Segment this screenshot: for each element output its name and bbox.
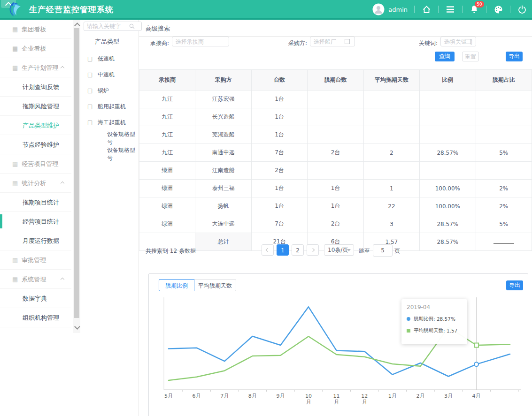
export-button[interactable]: 导出 [506,52,523,61]
x-axis-tick-label: 1月 [386,393,399,399]
sidebar-item[interactable]: ▦统计分析 [0,174,71,193]
table-cell: 1台 [308,180,363,197]
user-avatar[interactable] [372,3,385,15]
tree-item[interactable]: □海工起重机 [82,114,139,130]
tree-item-label: 设备规格型号 [107,146,139,162]
sidebar-item[interactable]: 拖期风险管理 [0,97,71,116]
table-row[interactable]: 绿洲大连中远7台2台328.57%5% [139,215,532,233]
sidebar-item-label: 拖期风险管理 [23,103,59,110]
sidebar-item[interactable]: ▦经营项目管理 [0,154,71,174]
checkbox-icon[interactable] [466,39,471,44]
product-tree-panel: 产品类型 □低速机□中速机□锅炉□船用起重机□海工起重机设备规格型号设备规格型号 [82,20,139,416]
table-row[interactable]: 九江长兴造船1台 [139,108,532,126]
chevron-up-icon [61,66,64,70]
column-header: 采购方 [195,70,251,91]
sidebar-item[interactable]: 数据字典 [0,289,71,308]
page-button-1[interactable]: 1 [277,244,289,256]
table-cell: 22 [363,197,419,215]
table-cell: 南通中远 [195,144,251,162]
contractor-select-input[interactable] [172,37,229,46]
tree-item-icon: □ [87,119,94,126]
menu-item-icon: ▦ [12,180,18,187]
query-button[interactable]: 查询 [435,52,455,61]
table-row[interactable]: 绿洲江南造船2台 [139,162,532,180]
sidebar-item[interactable]: 月度运行数据 [0,231,71,250]
tree-item[interactable]: 设备规格型号 [82,146,139,162]
x-axis-tick-label: 12月 [358,393,370,405]
table-cell: 3 [363,215,419,233]
chart-tooltip: 2019-04 脱期比例: 28.57% 平均脱期天数: 1.57 [401,299,467,344]
jump-page-input[interactable] [373,244,393,257]
x-axis-tick-label: 6月 [191,393,203,399]
table-cell [476,126,532,144]
page-size-select[interactable]: 10条/页 [324,244,354,256]
tab-delay-ratio[interactable]: 脱期比例 [159,279,194,291]
chevron-down-icon [347,249,351,251]
app-title: 生产经营监控管理系统 [29,4,114,15]
reset-button[interactable]: 重置 [462,52,479,61]
series-dot-icon [407,317,410,321]
tree-item-icon: □ [87,55,94,62]
sidebar-item[interactable]: ▦审批管理 [0,250,71,270]
home-icon[interactable] [421,4,432,15]
x-axis-tick-label: 8月 [247,393,259,399]
tree-item[interactable]: □低速机 [82,51,139,67]
total-label-cell: 总计 [195,233,251,251]
sidebar-item[interactable]: 计划查询反馈 [0,77,71,97]
tree-item[interactable]: □中速机 [82,67,139,83]
app-logo [8,2,22,19]
page-button-2[interactable]: 2 [292,244,304,256]
username-label: admin [388,6,408,13]
theme-palette-icon[interactable] [493,4,503,15]
logout-power-icon[interactable] [517,4,527,15]
sidebar-item-label: 审批管理 [22,257,46,264]
highlight-point-green [474,343,478,348]
table-cell: 芜湖造船 [195,126,251,144]
table-cell: 泰州三福 [195,180,251,197]
tooltip-value: 1.57 [447,328,457,333]
divider [510,6,510,13]
table-row[interactable]: 绿洲泰州三福1台1台1100.00%2% [139,180,532,197]
tooltip-row: 平均脱期天数: 1.57 [407,327,462,334]
table-cell [308,162,363,180]
sidebar-item[interactable]: ▦生产计划管理 [0,58,71,77]
sidebar-item[interactable]: 经营项目统计 [0,212,71,231]
table-cell [308,108,363,126]
table-cell: 7台 [251,215,307,233]
table-cell: 九江 [139,108,195,126]
menu-item-icon: ▦ [12,64,18,71]
table-row[interactable]: 九江芜湖造船1台 [139,126,532,144]
table-cell [363,108,419,126]
field-label: 承接商: [142,39,169,47]
table-row[interactable]: 绿洲扬帆1台1台22100.00%2% [139,197,532,215]
sidebar-item[interactable]: ▦集团看板 [0,20,71,39]
sidebar-item[interactable]: ▦系统管理 [0,270,71,289]
table-row[interactable]: 九江南通中远7台2台228.57%5% [139,144,532,162]
sidebar-item[interactable]: 拖期项目统计 [0,193,71,212]
sidebar-item[interactable]: ▦企业看板 [0,39,71,58]
sidebar-item-label: 产品类型维护 [23,122,59,129]
tree-item[interactable]: 设备规格型号 [82,130,139,146]
search-icon [129,23,135,30]
x-axis-tick-label: 9月 [274,393,286,399]
sidebar-item-label: 节点经验维护 [23,141,59,148]
tree-item[interactable]: □锅炉 [82,83,139,98]
divider [414,6,415,13]
sidebar-scrollbar-thumb[interactable] [74,28,79,318]
sidebar-item[interactable]: 产品类型维护 [0,116,71,135]
notifications-bell-icon[interactable]: 50 [469,4,479,15]
tooltip-value: 28.57% [437,316,455,322]
table-row[interactable]: 九江江苏宏强1台 [139,91,532,108]
sidebar-item[interactable]: 组织机构管理 [0,308,71,327]
table-cell: 大连中远 [195,215,251,233]
prev-page-button[interactable] [262,244,274,256]
tree-item-icon: □ [87,87,94,94]
tree-item[interactable]: □船用起重机 [82,98,139,114]
table-cell [363,91,419,108]
next-page-button[interactable] [307,244,319,256]
checkbox-icon[interactable] [345,39,350,44]
menu-icon[interactable] [445,4,455,15]
sidebar-item[interactable]: 节点经验维护 [0,135,71,154]
table-cell: 28.57% [420,215,476,233]
chevron-up-icon [61,278,64,281]
